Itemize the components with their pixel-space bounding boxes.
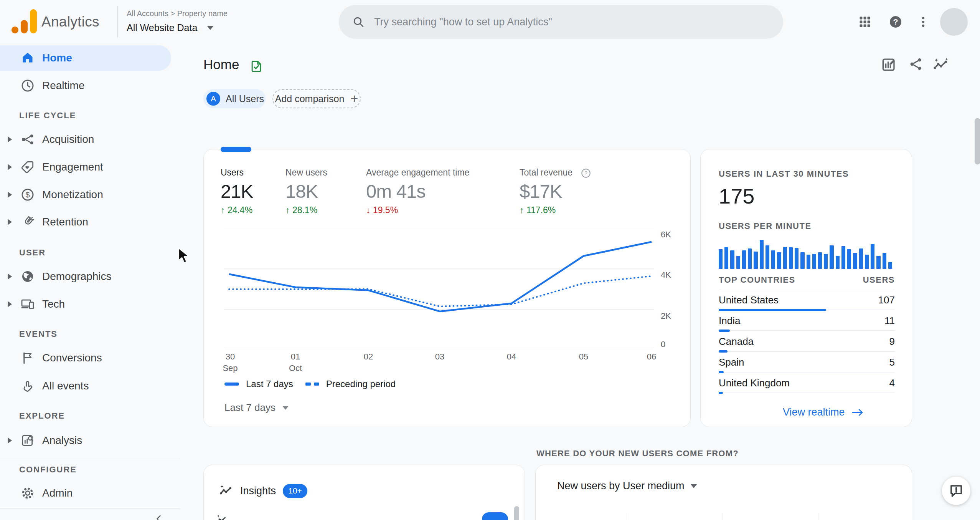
y-tick: 0 [661, 339, 665, 349]
minute-bar [783, 247, 787, 269]
chevron-down-icon [691, 484, 697, 488]
touch-icon [20, 378, 35, 394]
realtime-title: USERS IN LAST 30 MINUTES [719, 169, 849, 179]
collapse-sidebar-icon[interactable] [153, 513, 165, 520]
expand-arrow-icon[interactable] [8, 219, 12, 225]
insight-item-badge[interactable] [482, 512, 508, 520]
sidebar-divider [0, 458, 180, 458]
country-bar [719, 330, 730, 332]
expand-arrow-icon[interactable] [8, 136, 12, 142]
insights-sparkle-icon [218, 483, 233, 498]
sidebar-item-tech[interactable]: Tech [0, 290, 176, 318]
minute-bar [742, 250, 746, 269]
sidebar-item-engagement[interactable]: Engagement [0, 153, 176, 181]
feedback-button[interactable] [942, 477, 970, 505]
expand-arrow-icon[interactable] [8, 273, 12, 280]
doc-check-icon[interactable] [249, 58, 264, 75]
metric-label-users[interactable]: Users [221, 167, 244, 178]
property-selector[interactable]: All Website Data [127, 22, 213, 33]
ga-home-screen: { "header": { "product": "Analytics", "b… [0, 0, 980, 520]
sidebar-item-realtime[interactable]: Realtime [0, 72, 176, 99]
search-icon [352, 15, 365, 28]
customize-report-button[interactable] [880, 56, 898, 74]
comparison-label: All Users [226, 93, 264, 104]
insights-scrollbar[interactable] [514, 506, 519, 520]
property-name: All Website Data [127, 22, 197, 33]
chevron-down-icon [207, 26, 213, 30]
legend-preceding-label: Preceding period [326, 379, 396, 389]
metric-delta-revenue: ↑ 117.6% [520, 205, 556, 215]
add-comparison-button[interactable]: Add comparison + [272, 89, 361, 108]
expand-arrow-icon[interactable] [8, 437, 12, 444]
home-icon [20, 50, 35, 65]
expand-arrow-icon[interactable] [8, 164, 12, 170]
minute-bar [807, 255, 810, 269]
svg-text:?: ? [893, 17, 898, 26]
minute-bar [883, 253, 886, 269]
new-users-card [535, 465, 912, 520]
minute-bar [865, 255, 869, 269]
help-icon: ? [888, 14, 903, 30]
app-header: Analytics All Accounts > Property name A… [0, 0, 980, 44]
minute-bar [818, 252, 822, 269]
metric-label-engagement[interactable]: Average engagement time [366, 167, 469, 178]
metric-help-icon[interactable]: ? [580, 167, 592, 179]
new-users-card-title-dropdown[interactable]: New users by User medium [557, 480, 697, 492]
search-input[interactable] [373, 16, 770, 28]
sidebar-item-home[interactable]: Home [0, 44, 176, 72]
share-button[interactable] [908, 56, 926, 74]
col-top-countries: TOP COUNTRIES [719, 275, 795, 285]
col-users: USERS [863, 275, 895, 285]
insights-button[interactable] [932, 56, 949, 74]
sidebar-item-all-events[interactable]: All events [0, 372, 176, 400]
monetization-icon: $ [20, 187, 35, 202]
sidebar-item-acquisition[interactable]: Acquisition [0, 126, 176, 153]
users-per-minute-bars [719, 237, 892, 269]
search-bar[interactable] [339, 5, 783, 39]
analytics-logo-icon[interactable] [11, 8, 40, 36]
date-range-dropdown[interactable]: Last 7 days [224, 402, 289, 414]
sidebar-item-analysis[interactable]: Analysis [0, 427, 176, 454]
flag-icon [20, 350, 35, 366]
top-countries-header: TOP COUNTRIES USERS [719, 275, 895, 285]
help-button[interactable]: ? [886, 13, 905, 31]
sidebar-item-retention[interactable]: Retention [0, 208, 176, 236]
expand-arrow-icon[interactable] [8, 301, 12, 307]
minute-bar [730, 250, 734, 269]
all-users-chip[interactable]: A All Users [203, 89, 266, 108]
insights-count-badge[interactable]: 10+ [283, 484, 307, 498]
view-realtime-link[interactable]: View realtime [783, 406, 865, 418]
breadcrumb[interactable]: All Accounts > Property name [127, 9, 228, 18]
sidebar-section-explore: EXPLORE [19, 408, 65, 424]
last-7-days-line [229, 242, 652, 311]
per-minute-title: USERS PER MINUTE [719, 221, 812, 231]
insights-header: Insights 10+ [218, 483, 307, 498]
tech-devices-icon [20, 296, 35, 312]
insights-title: Insights [240, 485, 276, 497]
sidebar-item-conversions[interactable]: Conversions [0, 344, 176, 372]
chevron-down-icon [282, 406, 289, 410]
page-scrollbar-thumb[interactable] [975, 118, 980, 164]
sidebar-item-monetization[interactable]: $ Monetization [0, 181, 176, 209]
minute-bar [719, 249, 723, 269]
minute-bar [841, 246, 845, 269]
country-bar [719, 371, 724, 373]
more-menu-button[interactable] [914, 13, 932, 31]
x-tick: 01Oct [289, 351, 302, 374]
minute-bar [754, 252, 757, 269]
country-bar [719, 392, 723, 394]
expand-arrow-icon[interactable] [8, 192, 12, 198]
apps-grid-button[interactable] [856, 13, 874, 31]
metric-delta-users: ↑ 24.4% [221, 205, 252, 215]
metric-label-new-users[interactable]: New users [285, 167, 327, 178]
card-tab-indicator[interactable] [221, 147, 251, 152]
metric-label-revenue[interactable]: Total revenue [520, 167, 572, 178]
new-users-section-title: WHERE DO YOUR NEW USERS COME FROM? [536, 449, 739, 459]
insights-sparkle-icon [932, 56, 949, 74]
x-tick: 30Sep [223, 351, 238, 374]
avatar[interactable] [940, 8, 968, 36]
sidebar-item-admin[interactable]: Admin [0, 479, 176, 507]
metric-value-users: 21K [221, 181, 253, 202]
gear-icon [20, 485, 35, 501]
sidebar-item-demographics[interactable]: Demographics [0, 263, 176, 290]
